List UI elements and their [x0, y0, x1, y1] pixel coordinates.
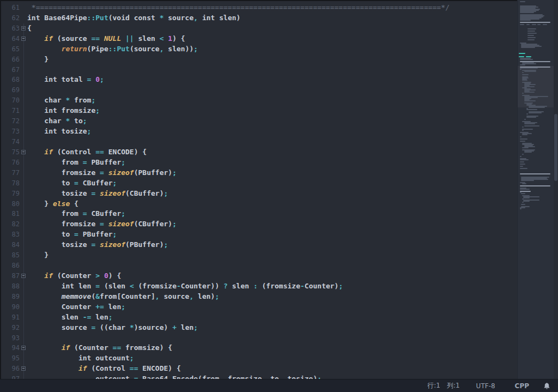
- minimap-line: [520, 20, 531, 21]
- fold-marker-icon[interactable]: [21, 150, 26, 154]
- code-line[interactable]: 94 if (Counter == fromsize) {: [0, 343, 518, 353]
- fold-column: [20, 116, 27, 126]
- minimap[interactable]: [517, 0, 554, 392]
- line-indicator[interactable]: 行:1: [427, 381, 440, 390]
- line-number: 66: [0, 55, 20, 65]
- fold-column: [20, 240, 27, 250]
- minimap-line: [520, 168, 527, 169]
- minimap-line: [527, 35, 534, 36]
- fold-marker-icon[interactable]: [21, 26, 26, 31]
- code-line[interactable]: 90 Counter += len;: [0, 302, 518, 312]
- fold-marker-icon[interactable]: [21, 274, 26, 278]
- fold-column: [20, 323, 27, 333]
- line-number: 73: [0, 126, 20, 137]
- code-text: char * to;: [27, 116, 87, 126]
- code-line[interactable]: 63{: [0, 23, 518, 34]
- code-line[interactable]: 71 int fromsize;: [0, 106, 518, 116]
- code-line[interactable]: 75 if (Control == ENCODE) {: [0, 147, 518, 158]
- minimap-line: [519, 53, 525, 54]
- scrollbar-thumb[interactable]: [554, 114, 557, 181]
- code-line[interactable]: 70 char * from;: [0, 95, 518, 106]
- code-line[interactable]: 88 int len = (slen < (fromsize-Counter))…: [0, 281, 518, 292]
- code-line[interactable]: 95 int outcount;: [0, 353, 518, 364]
- code-text: int Base64Pipe::Put(void const * source,…: [27, 13, 240, 23]
- fold-column: [20, 158, 27, 168]
- line-number: 81: [0, 209, 20, 219]
- code-line[interactable]: 74: [0, 137, 518, 147]
- fold-column: [20, 281, 27, 292]
- bell-icon[interactable]: [543, 382, 550, 390]
- line-number: 82: [0, 219, 20, 230]
- code-line[interactable]: 77 fromsize = sizeof(PBuffer);: [0, 168, 518, 178]
- fold-column: [20, 189, 27, 199]
- line-number: 65: [0, 44, 20, 55]
- fold-marker-icon[interactable]: [21, 366, 26, 371]
- line-number: 62: [0, 13, 20, 23]
- line-number: 92: [0, 323, 20, 333]
- caret-position[interactable]: 行:1 列:1: [427, 381, 459, 390]
- code-line[interactable]: 61 *====================================…: [0, 3, 518, 13]
- minimap-line: [522, 154, 524, 155]
- fold-column: [20, 353, 27, 364]
- code-line[interactable]: 89 memmove(&from[Counter], source, len);: [0, 292, 518, 302]
- minimap-line: [520, 68, 538, 69]
- code-line[interactable]: 78 to = CBuffer;: [0, 178, 518, 189]
- column-indicator[interactable]: 列:1: [447, 381, 460, 390]
- minimap-line: [522, 147, 529, 148]
- fold-column: [20, 106, 27, 116]
- minimap-line: [526, 117, 536, 118]
- line-number: 67: [0, 65, 20, 75]
- minimap-line: [521, 180, 534, 181]
- code-line[interactable]: 66 }: [0, 55, 518, 65]
- minimap-line: [521, 204, 525, 205]
- code-line[interactable]: 85 }: [0, 250, 518, 261]
- code-line[interactable]: 67: [0, 65, 518, 75]
- code-line[interactable]: 68 int total = 0;: [0, 75, 518, 85]
- code-line[interactable]: 92 source = ((char *)source) + len;: [0, 323, 518, 333]
- fold-column: [20, 302, 27, 312]
- code-line[interactable]: 64 if (source == NULL || slen < 1) {: [0, 34, 518, 44]
- fold-column: [20, 178, 27, 189]
- scrollbar[interactable]: [554, 0, 558, 392]
- minimap-line: [522, 93, 524, 94]
- code-line[interactable]: 93: [0, 333, 518, 343]
- line-number: 69: [0, 85, 20, 95]
- line-number: 94: [0, 343, 20, 353]
- fold-column: [20, 343, 27, 353]
- code-line[interactable]: 69: [0, 85, 518, 95]
- code-area[interactable]: 61 *====================================…: [0, 3, 518, 384]
- code-line[interactable]: 72 char * to;: [0, 116, 518, 126]
- minimap-line: [520, 64, 525, 65]
- code-text: int fromsize;: [27, 106, 100, 116]
- code-line[interactable]: 91 slen -= len;: [0, 312, 518, 323]
- code-line[interactable]: 82 fromsize = sizeof(CBuffer);: [0, 219, 518, 230]
- minimap-line: [529, 112, 542, 113]
- code-line[interactable]: 80 } else {: [0, 199, 518, 209]
- code-line[interactable]: 65 return(Pipe::Put(source, slen));: [0, 44, 518, 55]
- line-number: 87: [0, 271, 20, 281]
- fold-marker-icon[interactable]: [21, 37, 26, 41]
- code-line[interactable]: 73 int tosize;: [0, 126, 518, 137]
- code-line[interactable]: 86: [0, 261, 518, 271]
- line-number: 61: [0, 3, 20, 13]
- code-text: source = ((char *)source) + len;: [27, 323, 198, 333]
- code-line[interactable]: 83 to = PBuffer;: [0, 230, 518, 240]
- fold-column: [20, 137, 27, 147]
- minimap-line: [523, 197, 530, 198]
- code-line[interactable]: 84 tosize = sizeof(PBuffer);: [0, 240, 518, 250]
- line-number: 68: [0, 75, 20, 85]
- fold-marker-icon[interactable]: [21, 346, 26, 350]
- fold-column: [20, 34, 27, 44]
- syntax-indicator[interactable]: CPP: [515, 382, 529, 390]
- code-line[interactable]: 62int Base64Pipe::Put(void const * sourc…: [0, 13, 518, 23]
- encoding-indicator[interactable]: UTF-8: [476, 382, 495, 390]
- line-number: 88: [0, 281, 20, 292]
- line-number: 80: [0, 199, 20, 209]
- code-line[interactable]: 79 tosize = sizeof(CBuffer);: [0, 189, 518, 199]
- code-text: return(Pipe::Put(source, slen));: [27, 44, 198, 55]
- code-line[interactable]: 76 from = PBuffer;: [0, 158, 518, 168]
- code-line[interactable]: 96 if (Control == ENCODE) {: [0, 364, 518, 374]
- code-text: }: [27, 55, 48, 65]
- code-line[interactable]: 87 if (Counter > 0) {: [0, 271, 518, 281]
- code-line[interactable]: 81 from = CBuffer;: [0, 209, 518, 219]
